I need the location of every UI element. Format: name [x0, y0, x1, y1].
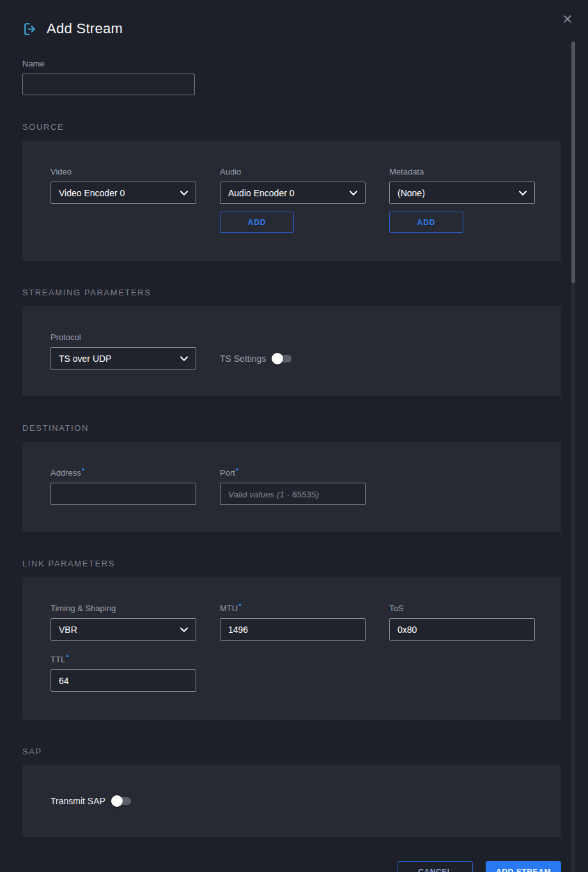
destination-panel: Address• Port•	[22, 442, 561, 532]
tos-field: ToS	[389, 603, 535, 641]
mtu-input[interactable]	[220, 618, 366, 641]
ts-settings-label: TS Settings	[220, 354, 266, 364]
ts-settings-toggle[interactable]	[273, 355, 291, 362]
transmit-sap-toggle[interactable]	[112, 797, 131, 805]
chevron-down-icon	[350, 191, 357, 196]
required-marker: •	[82, 465, 85, 474]
name-field-group: Name	[22, 59, 561, 95]
sap-panel: Transmit SAP	[22, 765, 561, 837]
address-input[interactable]	[50, 483, 196, 505]
protocol-field: Protocol TS over UDP	[50, 332, 196, 370]
protocol-select[interactable]: TS over UDP	[50, 347, 196, 370]
protocol-label: Protocol	[50, 332, 196, 342]
add-metadata-button[interactable]: ADD	[389, 212, 463, 233]
add-stream-button[interactable]: ADD STREAM	[486, 861, 561, 872]
transmit-sap-label: Transmit SAP	[50, 796, 105, 806]
mtu-field: MTU•	[220, 603, 366, 641]
mtu-label: MTU•	[220, 603, 366, 613]
address-field: Address•	[50, 468, 196, 505]
vertical-scrollbar[interactable]	[571, 42, 575, 872]
page-title: Add Stream	[47, 20, 123, 37]
chevron-down-icon	[180, 191, 188, 196]
ttl-label: TTL•	[50, 655, 196, 664]
required-marker: •	[238, 600, 242, 610]
toggle-knob	[111, 795, 123, 807]
audio-select-value: Audio Encoder 0	[228, 188, 350, 198]
tos-input[interactable]	[389, 618, 535, 641]
streaming-section-header: STREAMING PARAMETERS	[22, 288, 561, 297]
name-input[interactable]	[22, 74, 195, 95]
add-stream-icon	[22, 21, 38, 37]
timing-shaping-label: Timing & Shaping	[50, 603, 196, 613]
add-audio-button[interactable]: ADD	[220, 212, 294, 233]
ts-settings-field: TS Settings	[220, 347, 366, 370]
transmit-sap-field: Transmit SAP	[50, 796, 131, 806]
metadata-field: Metadata (None) ADD	[389, 167, 535, 233]
required-marker: •	[236, 465, 239, 474]
cancel-button[interactable]: CANCEL	[398, 861, 473, 872]
chevron-down-icon	[180, 356, 188, 361]
ttl-field: TTL•	[50, 655, 196, 692]
port-input[interactable]	[220, 483, 366, 505]
metadata-select[interactable]: (None)	[389, 182, 535, 204]
audio-label: Audio	[220, 167, 366, 176]
metadata-label: Metadata	[389, 167, 535, 176]
metadata-select-value: (None)	[398, 188, 519, 198]
address-label: Address•	[50, 468, 196, 478]
timing-shaping-select-value: VBR	[59, 625, 180, 635]
ttl-input[interactable]	[50, 669, 196, 692]
link-parameters-section-header: LINK PARAMETERS	[22, 559, 561, 568]
tos-label: ToS	[389, 603, 535, 613]
port-field: Port•	[220, 468, 366, 505]
destination-section-header: DESTINATION	[22, 423, 561, 433]
streaming-panel: Protocol TS over UDP TS Settings	[22, 306, 561, 396]
audio-field: Audio Audio Encoder 0 ADD	[220, 167, 366, 233]
timing-shaping-select[interactable]: VBR	[50, 618, 196, 641]
dialog-header: Add Stream	[22, 0, 561, 37]
sap-section-header: SAP	[22, 747, 561, 756]
video-select[interactable]: Video Encoder 0	[50, 182, 196, 204]
timing-shaping-field: Timing & Shaping VBR	[50, 603, 196, 641]
close-icon[interactable]: ✕	[559, 10, 576, 28]
audio-select[interactable]: Audio Encoder 0	[220, 182, 366, 204]
port-label: Port•	[220, 468, 366, 478]
video-select-value: Video Encoder 0	[59, 188, 180, 198]
protocol-select-value: TS over UDP	[59, 354, 180, 364]
dialog-footer: CANCEL ADD STREAM	[22, 861, 561, 872]
add-stream-dialog: Add Stream ✕ Name SOURCE Video Video Enc…	[0, 0, 588, 872]
scrollbar-thumb[interactable]	[571, 42, 575, 283]
required-marker: •	[66, 651, 69, 661]
link-parameters-panel: Timing & Shaping VBR MTU• ToS TTL•	[22, 577, 561, 720]
name-label: Name	[22, 59, 561, 68]
source-panel: Video Video Encoder 0 Audio Audio Encode…	[22, 141, 561, 261]
toggle-knob	[272, 353, 283, 364]
chevron-down-icon	[519, 191, 527, 196]
video-field: Video Video Encoder 0	[50, 167, 196, 233]
video-label: Video	[50, 167, 196, 176]
source-section-header: SOURCE	[22, 122, 561, 132]
chevron-down-icon	[180, 627, 188, 632]
